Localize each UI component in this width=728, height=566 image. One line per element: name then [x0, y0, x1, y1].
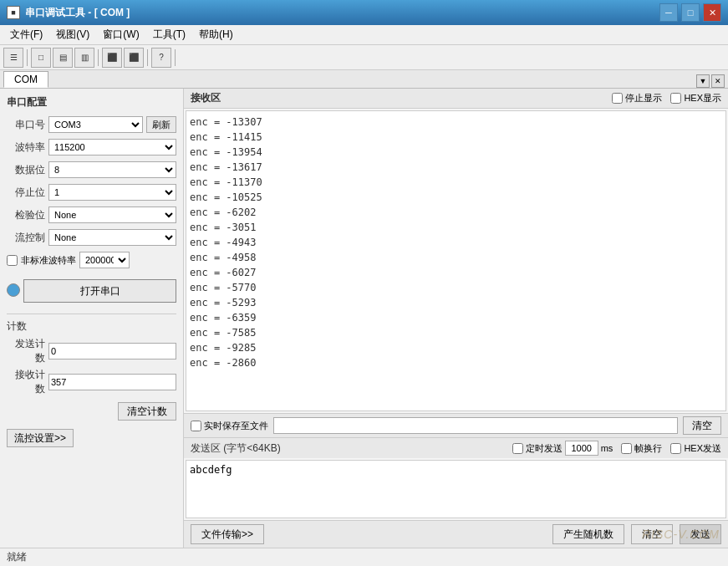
stop-display-checkbox[interactable]: [612, 93, 623, 104]
stopbits-label: 停止位: [7, 186, 45, 200]
databits-select[interactable]: 8: [48, 161, 176, 178]
send-actions: 文件传输>> 产生随机数 清空 发送: [184, 520, 728, 548]
send-clear-button[interactable]: 清空: [631, 524, 673, 544]
toolbar-sep-3: [147, 49, 148, 66]
menu-window[interactable]: 窗口(W): [96, 26, 145, 44]
timed-send-checkbox[interactable]: [512, 443, 523, 454]
toolbar-btn-help[interactable]: ?: [151, 48, 171, 68]
nonstd-select[interactable]: 200000: [79, 252, 130, 268]
baud-label: 波特率: [7, 140, 45, 155]
menu-file[interactable]: 文件(F): [3, 26, 49, 44]
toolbar-btn-4[interactable]: ⬛: [102, 48, 122, 68]
serial-config-title: 串口配置: [7, 95, 176, 110]
timed-send-input[interactable]: [565, 441, 598, 456]
send-textarea[interactable]: abcdefg: [186, 460, 726, 518]
send-count-row: 发送计数 0: [7, 337, 176, 365]
realtime-save-checkbox[interactable]: [191, 421, 201, 431]
recv-line: enc = -4943: [190, 235, 722, 250]
recv-line: enc = -5293: [190, 295, 722, 310]
flow-settings-button[interactable]: 流控设置>>: [7, 429, 74, 447]
status-text: 就绪: [7, 550, 27, 564]
tab-close-btn[interactable]: ✕: [711, 74, 725, 88]
toolbar-sep-1: [27, 49, 28, 66]
left-panel: 串口配置 串口号 COM3 刷新 波特率 115200 数据位 8 停止位 1: [0, 89, 184, 548]
recv-title: 接收区: [191, 91, 221, 105]
recv-options: 停止显示 HEX显示: [612, 92, 721, 105]
hex-send-option: HEX发送: [670, 442, 721, 455]
count-section: 计数 发送计数 0 接收计数 清空计数: [7, 314, 176, 421]
recv-clear-button[interactable]: 清空: [683, 416, 721, 435]
close-button[interactable]: ✕: [703, 3, 721, 22]
toolbar-btn-5[interactable]: ⬛: [124, 48, 144, 68]
recv-count-input[interactable]: [48, 374, 176, 390]
recv-line: enc = -11370: [190, 175, 722, 190]
realtime-save-path[interactable]: [273, 417, 678, 434]
recv-count-label: 接收计数: [7, 368, 45, 396]
recv-line: enc = -6027: [190, 265, 722, 280]
recv-area: enc = -13307enc = -11415enc = -13954enc …: [186, 110, 726, 411]
right-panel: 接收区 停止显示 HEX显示 enc = -13307enc = -11415e…: [184, 89, 728, 548]
toolbar-btn-1[interactable]: □: [31, 48, 51, 68]
hex-display-label: HEX显示: [684, 92, 721, 105]
menu-view[interactable]: 视图(V): [49, 26, 96, 44]
app-icon: ■: [7, 6, 20, 19]
menu-tools[interactable]: 工具(T): [146, 26, 192, 44]
toolbar-btn-0[interactable]: ☰: [3, 48, 23, 68]
recv-line: enc = -5770: [190, 280, 722, 295]
window-title: 串口调试工具 - [ COM ]: [25, 6, 130, 20]
recv-line: enc = -6359: [190, 310, 722, 325]
nonstd-checkbox[interactable]: [7, 255, 18, 266]
recv-line: enc = -13954: [190, 145, 722, 160]
toolbar-btn-3[interactable]: ▥: [74, 48, 94, 68]
newline-label: 帧换行: [634, 442, 662, 455]
nonstd-row: 非标准波特率 200000: [7, 252, 176, 268]
port-select[interactable]: COM3: [48, 116, 143, 133]
send-count-input[interactable]: 0: [48, 343, 176, 359]
toolbar-sep-2: [98, 49, 99, 66]
recv-line: enc = -4958: [190, 250, 722, 265]
newline-option: 帧换行: [621, 442, 662, 455]
parity-label: 检验位: [7, 208, 45, 222]
nonstd-label: 非标准波特率: [21, 254, 76, 267]
flow-select[interactable]: None: [48, 229, 176, 246]
hex-send-checkbox[interactable]: [670, 443, 681, 454]
timed-send-option: 定时发送 ms: [512, 441, 613, 456]
tab-com[interactable]: COM: [3, 71, 48, 88]
toolbar: ☰ □ ▤ ▥ ⬛ ⬛ ?: [0, 45, 728, 70]
stop-display-option: 停止显示: [612, 92, 662, 105]
ms-label: ms: [601, 443, 613, 453]
recv-line: enc = -11415: [190, 130, 722, 145]
clear-count-button[interactable]: 清空计数: [118, 402, 176, 421]
baud-select[interactable]: 115200: [48, 139, 176, 156]
open-row: 打开串口: [7, 278, 176, 303]
realtime-save-option: 实时保存至文件: [191, 420, 268, 432]
open-port-button[interactable]: 打开串口: [23, 279, 176, 303]
menu-help[interactable]: 帮助(H): [192, 26, 240, 44]
send-title: 发送区 (字节<64KB): [191, 441, 281, 456]
toolbar-sep-4: [175, 49, 176, 66]
hex-display-option: HEX显示: [670, 92, 721, 105]
tab-dropdown-btn[interactable]: ▼: [696, 74, 710, 88]
flow-label: 流控制: [7, 231, 45, 245]
stopbits-select[interactable]: 1: [48, 184, 176, 201]
connect-indicator: [7, 283, 20, 297]
toolbar-btn-2[interactable]: ▤: [53, 48, 73, 68]
send-button[interactable]: 发送: [680, 524, 721, 544]
newline-checkbox[interactable]: [621, 443, 632, 454]
random-button[interactable]: 产生随机数: [552, 524, 624, 544]
title-bar: ■ 串口调试工具 - [ COM ] ─ □ ✕: [0, 0, 728, 25]
databits-label: 数据位: [7, 163, 45, 177]
minimize-button[interactable]: ─: [659, 3, 678, 22]
stopbits-row: 停止位 1: [7, 184, 176, 201]
realtime-row: 实时保存至文件 清空: [184, 413, 728, 438]
refresh-button[interactable]: 刷新: [146, 116, 176, 133]
port-row: 串口号 COM3 刷新: [7, 116, 176, 133]
recv-line: enc = -6202: [190, 205, 722, 220]
parity-select[interactable]: None: [48, 207, 176, 223]
flow-row: 流控制 None: [7, 229, 176, 246]
hex-display-checkbox[interactable]: [670, 93, 681, 104]
main-content: 串口配置 串口号 COM3 刷新 波特率 115200 数据位 8 停止位 1: [0, 89, 728, 548]
file-transfer-button[interactable]: 文件传输>>: [191, 524, 264, 544]
restore-button[interactable]: □: [681, 3, 700, 22]
recv-line: enc = -9285: [190, 340, 722, 355]
